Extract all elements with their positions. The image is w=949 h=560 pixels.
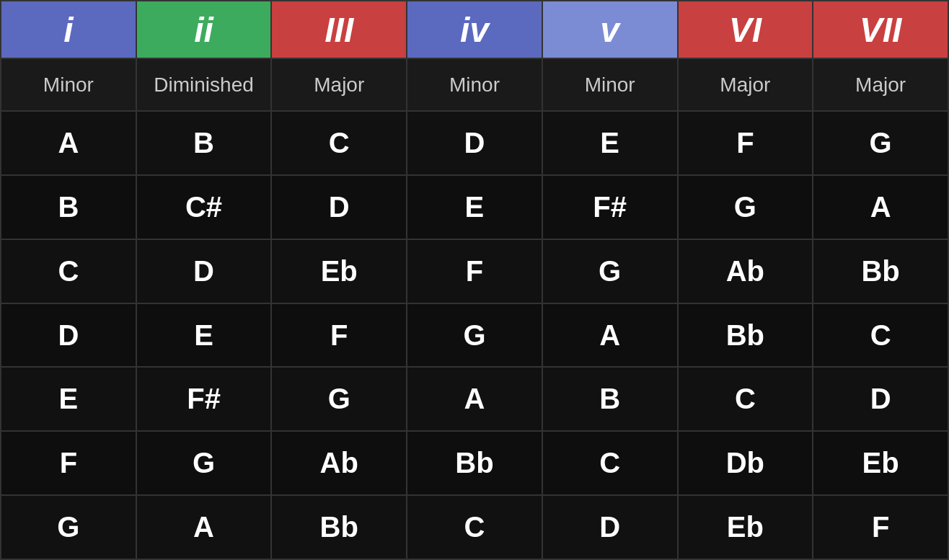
data-row-5: FGAbBbCDbEb xyxy=(1,431,948,495)
cell-0-0: A xyxy=(1,111,136,175)
cell-1-4: F# xyxy=(542,175,678,239)
scale-degrees-table: iiiIIIivvVIVII MinorDiminishedMajorMinor… xyxy=(0,0,949,560)
cell-0-4: E xyxy=(542,111,678,175)
data-row-3: DEFGABbC xyxy=(1,303,948,368)
quality-col-4: Minor xyxy=(542,58,678,111)
cell-4-0: E xyxy=(1,367,136,431)
header-col-2: III xyxy=(271,1,407,58)
cell-0-6: G xyxy=(813,111,948,175)
cell-6-2: Bb xyxy=(271,495,407,559)
header-col-0: i xyxy=(1,1,136,58)
cell-0-2: C xyxy=(271,111,407,175)
cell-4-6: D xyxy=(813,367,948,431)
cell-4-1: F# xyxy=(136,367,272,431)
cell-3-0: D xyxy=(1,303,136,368)
cell-5-4: C xyxy=(542,431,678,495)
cell-2-4: G xyxy=(542,239,678,303)
cell-2-5: Ab xyxy=(678,239,813,303)
data-row-0: ABCDEFG xyxy=(1,111,948,175)
cell-0-3: D xyxy=(407,111,542,175)
cell-1-2: D xyxy=(271,175,407,239)
header-col-6: VII xyxy=(813,1,948,58)
quality-col-0: Minor xyxy=(1,58,136,111)
cell-2-1: D xyxy=(136,239,272,303)
cell-1-5: G xyxy=(678,175,813,239)
cell-3-2: F xyxy=(271,303,407,368)
cell-5-3: Bb xyxy=(407,431,542,495)
cell-0-1: B xyxy=(136,111,272,175)
data-row-6: GABbCDEbF xyxy=(1,495,948,559)
cell-2-3: F xyxy=(407,239,542,303)
cell-1-0: B xyxy=(1,175,136,239)
cell-6-1: A xyxy=(136,495,272,559)
cell-6-5: Eb xyxy=(678,495,813,559)
data-row-1: BC#DEF#GA xyxy=(1,175,948,239)
cell-5-5: Db xyxy=(678,431,813,495)
header-col-5: VI xyxy=(678,1,813,58)
quality-col-5: Major xyxy=(678,58,813,111)
cell-3-4: A xyxy=(542,303,678,368)
cell-3-1: E xyxy=(136,303,272,368)
cell-6-3: C xyxy=(407,495,542,559)
cell-1-3: E xyxy=(407,175,542,239)
main-container: iiiIIIivvVIVII MinorDiminishedMajorMinor… xyxy=(0,0,949,560)
cell-2-2: Eb xyxy=(271,239,407,303)
header-row: iiiIIIivvVIVII xyxy=(1,1,948,58)
quality-col-2: Major xyxy=(271,58,407,111)
cell-6-0: G xyxy=(1,495,136,559)
quality-row: MinorDiminishedMajorMinorMinorMajorMajor xyxy=(1,58,948,111)
cell-0-5: F xyxy=(678,111,813,175)
cell-6-6: F xyxy=(813,495,948,559)
cell-2-6: Bb xyxy=(813,239,948,303)
quality-col-6: Major xyxy=(813,58,948,111)
header-col-1: ii xyxy=(136,1,272,58)
cell-5-2: Ab xyxy=(271,431,407,495)
quality-col-1: Diminished xyxy=(136,58,272,111)
cell-3-5: Bb xyxy=(678,303,813,368)
cell-5-1: G xyxy=(136,431,272,495)
cell-6-4: D xyxy=(542,495,678,559)
cell-2-0: C xyxy=(1,239,136,303)
cell-4-5: C xyxy=(678,367,813,431)
cell-4-4: B xyxy=(542,367,678,431)
cell-1-6: A xyxy=(813,175,948,239)
header-col-3: iv xyxy=(407,1,542,58)
cell-3-3: G xyxy=(407,303,542,368)
cell-5-6: Eb xyxy=(813,431,948,495)
cell-3-6: C xyxy=(813,303,948,368)
cell-4-2: G xyxy=(271,367,407,431)
cell-5-0: F xyxy=(1,431,136,495)
data-row-2: CDEbFGAbBb xyxy=(1,239,948,303)
header-col-4: v xyxy=(542,1,678,58)
quality-col-3: Minor xyxy=(407,58,542,111)
cell-4-3: A xyxy=(407,367,542,431)
data-row-4: EF#GABCD xyxy=(1,367,948,431)
cell-1-1: C# xyxy=(136,175,272,239)
